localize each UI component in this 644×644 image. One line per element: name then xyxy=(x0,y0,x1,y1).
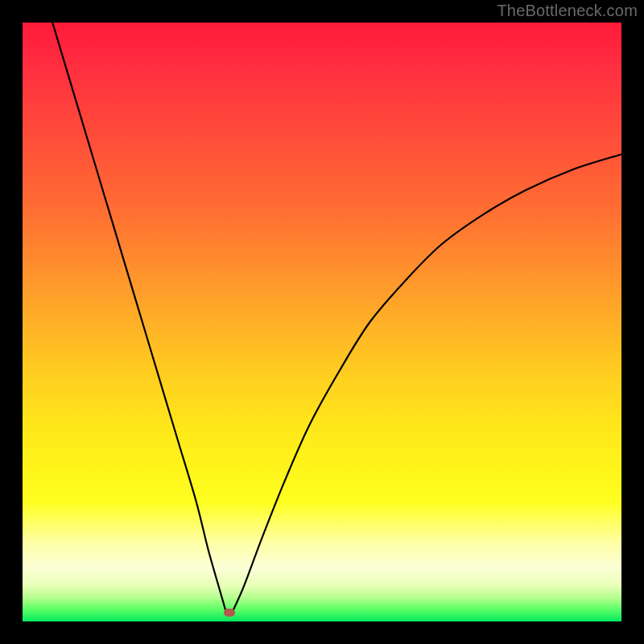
optimum-marker xyxy=(224,609,235,617)
curve-left-branch xyxy=(52,23,226,613)
curve-right-branch xyxy=(232,155,621,613)
bottleneck-curve xyxy=(23,23,621,621)
watermark-text: TheBottleneck.com xyxy=(497,2,638,20)
plot-area xyxy=(23,23,621,621)
chart-frame: TheBottleneck.com xyxy=(0,0,644,644)
